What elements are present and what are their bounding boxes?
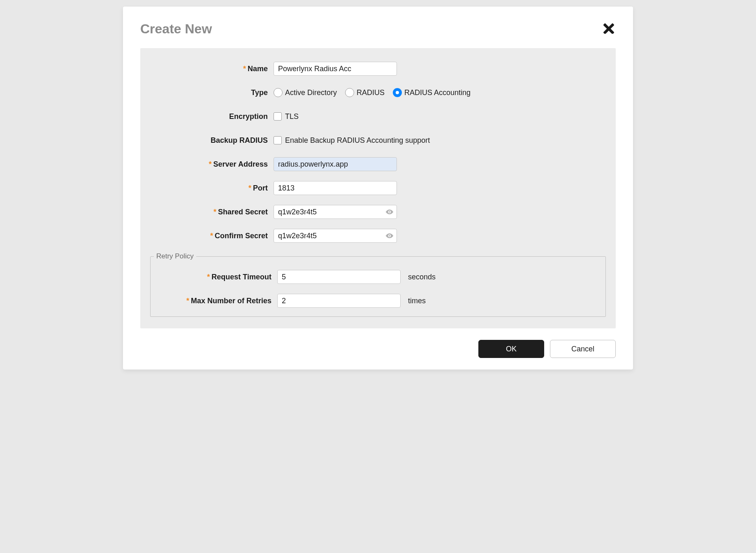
confirm-secret-input[interactable]: [274, 229, 397, 243]
row-encryption: Encryption TLS: [150, 109, 606, 124]
row-name: *Name: [150, 61, 606, 76]
modal-header: Create New: [140, 21, 616, 37]
row-type: Type Active Directory RADIUS: [150, 85, 606, 100]
encryption-tls-checkbox[interactable]: TLS: [274, 112, 299, 121]
ok-button[interactable]: OK: [478, 340, 544, 358]
request-timeout-input[interactable]: [277, 270, 401, 284]
eye-icon[interactable]: [385, 208, 394, 216]
row-request-timeout: *Request Timeout seconds: [154, 270, 602, 284]
request-timeout-suffix: seconds: [408, 273, 436, 281]
max-retries-input[interactable]: [277, 294, 401, 308]
modal-title: Create New: [140, 21, 212, 37]
label-port: *Port: [150, 184, 274, 193]
row-max-retries: *Max Number of Retries times: [154, 293, 602, 308]
radio-icon: [393, 88, 402, 97]
backup-radius-checkbox[interactable]: Enable Backup RADIUS Accounting support: [274, 136, 430, 145]
type-option-radius-accounting[interactable]: RADIUS Accounting: [393, 88, 471, 97]
label-backup-radius: Backup RADIUS: [150, 136, 274, 145]
label-encryption: Encryption: [150, 112, 274, 121]
label-confirm-secret: *Confirm Secret: [150, 232, 274, 240]
radio-icon: [274, 88, 283, 97]
server-address-input[interactable]: [274, 157, 397, 171]
checkbox-icon: [274, 112, 282, 121]
row-backup-radius: Backup RADIUS Enable Backup RADIUS Accou…: [150, 133, 606, 148]
label-name: *Name: [150, 65, 274, 73]
type-radio-group: Active Directory RADIUS RADIUS Accountin…: [274, 88, 471, 97]
cancel-button[interactable]: Cancel: [550, 340, 616, 358]
label-type: Type: [150, 88, 274, 97]
radio-icon: [345, 88, 354, 97]
create-new-modal: Create New *Name Type: [123, 7, 633, 369]
label-max-retries: *Max Number of Retries: [154, 297, 277, 305]
max-retries-suffix: times: [408, 297, 426, 305]
shared-secret-input[interactable]: [274, 205, 397, 219]
name-input[interactable]: [274, 62, 397, 76]
checkbox-icon: [274, 136, 282, 144]
port-input[interactable]: [274, 181, 397, 195]
row-shared-secret: *Shared Secret: [150, 204, 606, 219]
retry-policy-legend: Retry Policy: [154, 252, 196, 260]
close-button[interactable]: [602, 21, 616, 37]
type-option-active-directory[interactable]: Active Directory: [274, 88, 337, 97]
label-request-timeout: *Request Timeout: [154, 273, 277, 281]
close-icon: [603, 29, 614, 35]
type-option-radius[interactable]: RADIUS: [345, 88, 385, 97]
label-server-address: *Server Address: [150, 160, 274, 169]
eye-icon[interactable]: [385, 232, 394, 240]
row-confirm-secret: *Confirm Secret: [150, 228, 606, 243]
label-shared-secret: *Shared Secret: [150, 208, 274, 216]
form-panel: *Name Type Active Directory: [140, 48, 616, 328]
retry-policy-fieldset: Retry Policy *Request Timeout seconds *M…: [150, 252, 606, 317]
row-port: *Port: [150, 181, 606, 195]
modal-footer: OK Cancel: [140, 340, 616, 358]
row-server-address: *Server Address: [150, 157, 606, 172]
